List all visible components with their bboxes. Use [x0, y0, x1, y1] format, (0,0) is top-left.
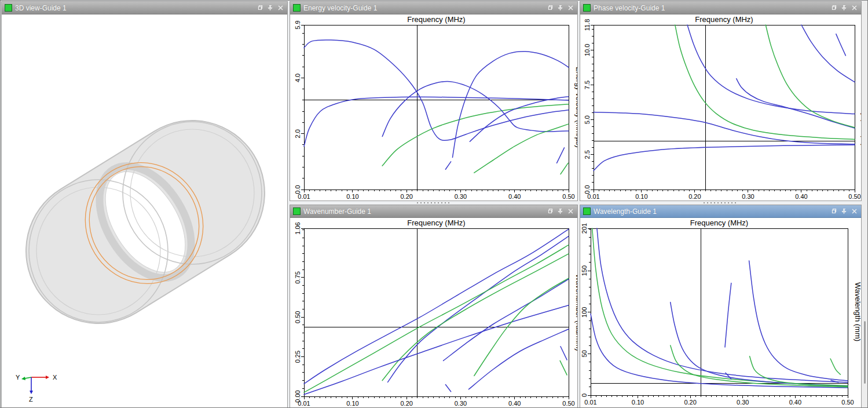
float-icon[interactable]	[830, 4, 837, 12]
3d-viewport[interactable]: X Y Z	[2, 14, 287, 407]
svg-text:100: 100	[581, 307, 588, 318]
svg-text:0.20: 0.20	[400, 400, 412, 407]
document-icon	[583, 207, 591, 215]
svg-text:5.9: 5.9	[294, 20, 301, 29]
wavelength-chart[interactable]: 0.010.100.200.300.400.50050100150201Freq…	[580, 218, 860, 407]
svg-text:0.50: 0.50	[294, 311, 301, 323]
svg-text:0.40: 0.40	[789, 399, 801, 406]
svg-text:0.50: 0.50	[562, 193, 574, 200]
panel-3d-view: 3D view-Guide 1	[1, 1, 288, 408]
svg-text:0.40: 0.40	[795, 193, 807, 200]
phase-velocity-chart[interactable]: 0.010.100.200.300.400.500.02.55.07.510.0…	[580, 14, 860, 201]
scrollbar-track[interactable]	[862, 1, 868, 407]
x-axis-arrow	[46, 376, 49, 379]
svg-text:0.10: 0.10	[346, 193, 358, 200]
pin-icon[interactable]	[840, 207, 848, 215]
svg-text:1.06: 1.06	[294, 222, 301, 234]
svg-text:Wavelength (mm): Wavelength (mm)	[854, 282, 861, 341]
svg-text:4.0: 4.0	[294, 74, 301, 82]
energy-velocity-chart[interactable]: 0.010.100.200.300.400.500.02.04.05.9Freq…	[290, 14, 576, 201]
svg-text:Frequency (MHz): Frequency (MHz)	[407, 218, 465, 227]
axis-triad: X Y Z	[16, 374, 57, 403]
close-icon[interactable]	[567, 207, 574, 215]
close-icon[interactable]	[277, 4, 284, 12]
svg-text:0.10: 0.10	[632, 399, 644, 406]
svg-text:0.01: 0.01	[584, 399, 596, 406]
svg-text:0.20: 0.20	[688, 193, 701, 200]
svg-text:7.5: 7.5	[584, 81, 591, 89]
panel-title: Phase velocity-Guide 1	[594, 2, 665, 14]
panel-title: Wavenumber-Guide 1	[303, 205, 371, 218]
panel-phase-velocity: Phase velocity-Guide 1 0.010.100.200.300…	[580, 1, 862, 201]
document-icon	[5, 4, 12, 12]
document-icon	[583, 4, 591, 12]
svg-text:2.5: 2.5	[584, 150, 591, 159]
document-icon	[293, 4, 301, 12]
wavenumber-chart[interactable]: 0.010.100.200.300.400.500.000.250.500.75…	[290, 218, 576, 407]
svg-text:Frequency (MHz): Frequency (MHz)	[690, 218, 748, 227]
app-window: 3D view-Guide 1	[0, 0, 868, 408]
svg-text:0.30: 0.30	[455, 400, 467, 407]
svg-text:0.10: 0.10	[346, 400, 358, 407]
svg-text:201: 201	[581, 223, 588, 234]
svg-text:0.30: 0.30	[742, 193, 754, 200]
splitter-handle[interactable]	[704, 202, 736, 203]
svg-text:0.0: 0.0	[584, 185, 591, 194]
svg-text:0.50: 0.50	[562, 400, 574, 407]
svg-text:0.25: 0.25	[294, 351, 301, 363]
pin-icon[interactable]	[266, 4, 274, 12]
svg-text:0.50: 0.50	[848, 193, 860, 200]
y-axis-line	[25, 377, 31, 378]
titlebar-phase-velocity[interactable]: Phase velocity-Guide 1	[580, 2, 861, 14]
svg-text:0.30: 0.30	[455, 193, 467, 200]
pin-icon[interactable]	[556, 4, 564, 12]
close-icon[interactable]	[851, 4, 858, 12]
panel-title: 3D view-Guide 1	[15, 2, 67, 14]
svg-text:0.00: 0.00	[294, 390, 301, 402]
splitter-handle[interactable]	[417, 202, 449, 203]
pin-icon[interactable]	[556, 207, 564, 215]
svg-text:10.0: 10.0	[584, 44, 591, 56]
close-icon[interactable]	[851, 207, 858, 215]
x-axis-label: X	[53, 374, 57, 381]
y-axis-label: Y	[16, 374, 20, 381]
document-icon	[293, 207, 301, 215]
svg-text:0: 0	[581, 394, 588, 397]
svg-text:0.75: 0.75	[294, 271, 301, 283]
float-icon[interactable]	[546, 207, 554, 215]
svg-text:0.50: 0.50	[841, 399, 854, 406]
z-axis-arrow	[30, 391, 33, 394]
svg-text:Wavenumber (rad/mm): Wavenumber (rad/mm)	[574, 274, 577, 351]
titlebar-wavelength[interactable]: Wavelength-Guide 1	[580, 205, 861, 218]
svg-text:Frequency (MHz): Frequency (MHz)	[407, 15, 465, 24]
svg-text:Frequency (MHz): Frequency (MHz)	[695, 15, 753, 24]
svg-text:11.8: 11.8	[584, 19, 591, 31]
panel-energy-velocity: Energy velocity-Guide 1 0.010.100.200.30…	[290, 1, 578, 201]
svg-text:0.10: 0.10	[635, 193, 647, 200]
svg-text:2.0: 2.0	[294, 129, 301, 138]
y-axis-arrow	[21, 377, 25, 380]
svg-text:50: 50	[581, 350, 588, 357]
float-icon[interactable]	[546, 4, 554, 12]
titlebar-energy-velocity[interactable]: Energy velocity-Guide 1	[290, 2, 577, 14]
svg-text:0.20: 0.20	[400, 193, 412, 200]
svg-text:0.40: 0.40	[508, 193, 521, 200]
titlebar-3d-view[interactable]: 3D view-Guide 1	[2, 2, 287, 14]
panel-wavelength: Wavelength-Guide 1 0.010.100.200.300.400…	[580, 205, 862, 408]
panel-wavenumber: Wavenumber-Guide 1 0.010.100.200.300.400…	[290, 205, 578, 408]
float-icon[interactable]	[830, 207, 837, 215]
svg-text:0.40: 0.40	[508, 400, 521, 407]
float-icon[interactable]	[256, 4, 263, 12]
pipe-3d-model: X Y Z	[2, 14, 287, 407]
svg-text:Energy velocity (mm/µs): Energy velocity (mm/µs)	[574, 67, 577, 148]
scrollbar-thumb[interactable]	[864, 321, 866, 384]
panel-title: Energy velocity-Guide 1	[303, 2, 377, 14]
pin-icon[interactable]	[840, 4, 848, 12]
z-axis-label: Z	[29, 396, 33, 403]
panel-title: Wavelength-Guide 1	[594, 205, 657, 218]
close-icon[interactable]	[567, 4, 574, 12]
svg-text:0.20: 0.20	[684, 399, 696, 406]
svg-text:150: 150	[581, 265, 588, 276]
titlebar-wavenumber[interactable]: Wavenumber-Guide 1	[290, 205, 577, 218]
svg-text:5.0: 5.0	[584, 115, 591, 124]
